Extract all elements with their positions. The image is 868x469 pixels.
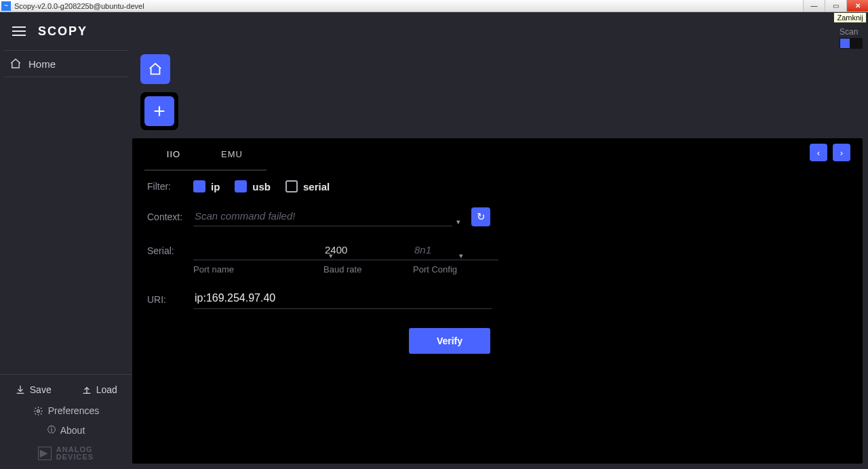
uri-label: URI: — [147, 294, 193, 305]
load-label: Load — [96, 384, 117, 395]
tab-emu[interactable]: EMU — [203, 138, 261, 171]
sidebar: Home Save Load Preferences — [0, 50, 132, 469]
tab-underline — [144, 169, 267, 171]
sidebar-item-label: Home — [28, 58, 56, 70]
checkbox-icon — [193, 180, 205, 192]
save-button[interactable]: Save — [0, 380, 66, 399]
svg-point-0 — [37, 409, 39, 412]
filter-checkbox-usb[interactable]: usb — [235, 180, 271, 192]
verify-label: Verify — [437, 335, 462, 346]
home-icon — [9, 58, 22, 70]
close-tooltip: Zamknij — [833, 12, 867, 23]
content-area: IIO EMU ‹ › Filter: — [132, 50, 868, 469]
vendor-line2: DEVICES — [56, 453, 94, 461]
about-label: About — [60, 425, 85, 436]
plus-icon — [152, 104, 167, 119]
preferences-label: Preferences — [48, 405, 99, 416]
maximize-button[interactable]: ▭ — [825, 0, 846, 12]
context-select[interactable] — [193, 207, 452, 226]
chevron-right-icon: › — [840, 148, 843, 158]
sidebar-item-home[interactable]: Home — [0, 51, 132, 77]
refresh-icon: ↻ — [477, 211, 486, 223]
home-icon — [148, 62, 163, 77]
tab-label: EMU — [221, 149, 243, 159]
scan-toggle[interactable] — [840, 38, 863, 49]
gear-icon — [33, 406, 43, 416]
add-device-wrap — [140, 92, 178, 130]
divider — [4, 77, 128, 77]
checkbox-icon — [235, 180, 247, 192]
baud-rate-sublabel: Baud rate — [323, 264, 409, 274]
checkbox-icon — [285, 180, 298, 192]
save-label: Save — [30, 384, 52, 395]
close-button[interactable]: ✕ — [846, 0, 868, 12]
about-button[interactable]: ⓘ About — [0, 422, 132, 438]
uri-input[interactable] — [193, 289, 492, 309]
app-header: SCOPY Scan — [0, 12, 868, 50]
save-icon — [15, 384, 26, 395]
checkbox-label: ip — [211, 181, 220, 192]
window-titlebar: ~ Scopy-v2.0.0-g208225b@ubuntu-devel — ▭… — [0, 0, 868, 12]
port-config-sublabel: Port Config — [413, 264, 498, 274]
refresh-context-button[interactable]: ↻ — [471, 207, 490, 226]
toggle-knob — [840, 39, 850, 48]
filter-checkbox-ip[interactable]: ip — [193, 180, 220, 192]
connection-panel: IIO EMU ‹ › Filter: — [132, 138, 863, 464]
minimize-button[interactable]: — — [803, 0, 825, 12]
add-device-button[interactable] — [144, 96, 174, 126]
filter-checkbox-serial[interactable]: serial — [285, 180, 330, 192]
next-button[interactable]: › — [833, 144, 850, 161]
prev-button[interactable]: ‹ — [810, 144, 827, 161]
port-config-input[interactable] — [413, 241, 498, 260]
checkbox-label: serial — [303, 181, 330, 192]
checkbox-label: usb — [252, 181, 271, 192]
hamburger-icon — [12, 30, 26, 32]
load-button[interactable]: Load — [66, 380, 133, 399]
app-icon: ~ — [1, 1, 11, 11]
adi-triangle-icon — [39, 447, 51, 460]
scan-label: Scan — [840, 27, 863, 37]
info-icon: ⓘ — [47, 424, 56, 436]
serial-port-select[interactable] — [193, 241, 325, 260]
hamburger-menu-button[interactable] — [0, 12, 38, 50]
port-name-sublabel: Port name — [193, 264, 319, 274]
app-logo: SCOPY — [38, 24, 87, 39]
chevron-down-icon: ▾ — [452, 218, 465, 226]
filter-label: Filter: — [147, 181, 193, 192]
preferences-button[interactable]: Preferences — [0, 403, 132, 418]
serial-label: Serial: — [147, 241, 193, 256]
chevron-left-icon: ‹ — [817, 148, 820, 158]
context-label: Context: — [147, 211, 193, 222]
tab-iio[interactable]: IIO — [144, 138, 203, 171]
verify-button[interactable]: Verify — [409, 328, 490, 354]
home-tile-button[interactable] — [140, 54, 170, 84]
vendor-logo: ANALOG DEVICES — [0, 442, 132, 464]
scan-toggle-group: Scan — [840, 27, 863, 49]
window-title: Scopy-v2.0.0-g208225b@ubuntu-devel — [14, 2, 144, 10]
tab-label: IIO — [167, 149, 180, 159]
load-icon — [81, 384, 92, 395]
